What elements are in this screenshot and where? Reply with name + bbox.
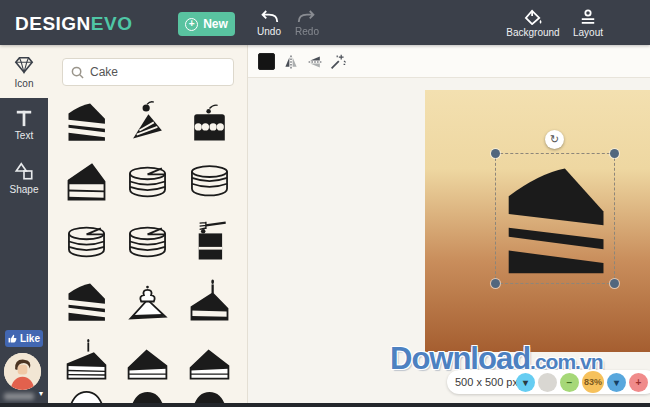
username-blurred	[4, 393, 34, 400]
topbar: DESIGNEVO + New Undo Redo Background	[0, 0, 650, 45]
resize-handle-bottom-right[interactable]	[610, 279, 619, 288]
zoom-in-button[interactable]: +	[629, 373, 648, 392]
canvas-size-label[interactable]: 500 x 500 px	[455, 376, 518, 388]
zoom-dropdown[interactable]: ▾	[607, 373, 626, 392]
sidebar-tab-shape[interactable]: Shape	[0, 151, 48, 204]
flip-horizontal-icon[interactable]	[283, 54, 299, 70]
paint-bucket-icon	[523, 9, 543, 25]
effects-wand-icon[interactable]	[330, 54, 346, 70]
cake-slice-layered-icon[interactable]	[59, 271, 115, 331]
undo-label: Undo	[257, 26, 281, 37]
redo-icon	[296, 9, 318, 24]
zoom-level[interactable]: 83%	[582, 371, 604, 393]
new-button[interactable]: + New	[178, 12, 235, 36]
cake-slice-striped-icon[interactable]	[59, 91, 115, 151]
cake-slice-wedge-icon[interactable]	[120, 331, 176, 391]
gem-icon	[13, 55, 35, 75]
sidebar-tab-icon[interactable]: Icon	[0, 45, 48, 98]
background-label: Background	[506, 27, 559, 38]
cake-whole-cut-icon-2[interactable]	[59, 211, 115, 271]
tab-shape-label: Shape	[10, 184, 39, 195]
resize-handle-top-left[interactable]	[491, 149, 500, 158]
cake-whole-cut-icon[interactable]	[120, 151, 176, 211]
search-icon	[71, 66, 84, 79]
facebook-like-button[interactable]: Like	[5, 330, 43, 347]
undo-button[interactable]: Undo	[250, 9, 288, 37]
sidebar-tab-text[interactable]: Text	[0, 98, 48, 151]
size-dropdown[interactable]: ▾	[516, 373, 535, 392]
cake-round-layered-icon[interactable]	[181, 151, 237, 211]
cake-slice-candle-icon[interactable]	[181, 271, 237, 331]
cake-slice-fork-icon[interactable]	[181, 211, 237, 271]
birthday-cake-icon[interactable]	[181, 91, 237, 151]
rotate-icon: ↻	[550, 133, 559, 146]
like-label: Like	[20, 333, 40, 344]
layout-icon	[579, 9, 597, 25]
tab-icon-label: Icon	[15, 78, 34, 89]
color-swatch[interactable]	[258, 53, 275, 70]
cake-slice-wedge-icon-2[interactable]	[181, 331, 237, 391]
shape-icon	[13, 161, 35, 181]
redo-label: Redo	[295, 26, 319, 37]
app-logo: DESIGNEVO	[15, 13, 132, 35]
background-button[interactable]: Background	[503, 9, 563, 38]
plus-icon: +	[185, 18, 198, 31]
icon-search-panel	[48, 45, 248, 407]
sidebar: Icon Text Shape Like	[0, 45, 48, 407]
logo-evo: EVO	[91, 13, 133, 34]
layout-label: Layout	[573, 27, 603, 38]
icon-grid	[56, 91, 240, 407]
search-box	[62, 58, 234, 86]
bottom-bar: 500 x 500 px ▾−83%▾+ ≡	[447, 370, 650, 394]
tab-text-label: Text	[15, 130, 33, 141]
logo-design: DESIGN	[15, 13, 91, 34]
cake-slice-cherry-icon[interactable]	[120, 91, 176, 151]
cake-slice-solid-top-icon[interactable]	[59, 151, 115, 211]
layout-button[interactable]: Layout	[566, 9, 610, 38]
undo-icon	[258, 9, 280, 24]
rotate-handle[interactable]: ↻	[545, 130, 564, 149]
zoom-out-button[interactable]: −	[560, 373, 579, 392]
resize-handle-top-right[interactable]	[610, 149, 619, 158]
avatar-image	[4, 353, 41, 390]
canvas-toolbar	[248, 45, 650, 78]
thumb-up-icon	[8, 334, 17, 343]
text-icon	[14, 109, 34, 127]
flip-vertical-icon[interactable]	[307, 54, 323, 70]
user-avatar[interactable]	[4, 353, 41, 390]
designevo-app: DESIGNEVO + New Undo Redo Background	[0, 0, 650, 407]
dot-plain[interactable]	[538, 373, 557, 392]
cake-slice-candle-outline-icon[interactable]	[59, 331, 115, 391]
bottom-edge-strip	[0, 403, 650, 407]
bottom-bar-controls: ▾−83%▾+	[520, 371, 648, 393]
cake-slice-cream-icon[interactable]	[120, 271, 176, 331]
user-menu-caret-icon[interactable]: ▾	[39, 389, 43, 398]
search-input[interactable]	[90, 65, 220, 79]
resize-handle-bottom-left[interactable]	[491, 279, 500, 288]
cake-whole-cut-icon-3[interactable]	[120, 211, 176, 271]
selection-box[interactable]	[495, 153, 615, 284]
redo-button[interactable]: Redo	[288, 9, 326, 37]
new-button-label: New	[203, 17, 228, 31]
